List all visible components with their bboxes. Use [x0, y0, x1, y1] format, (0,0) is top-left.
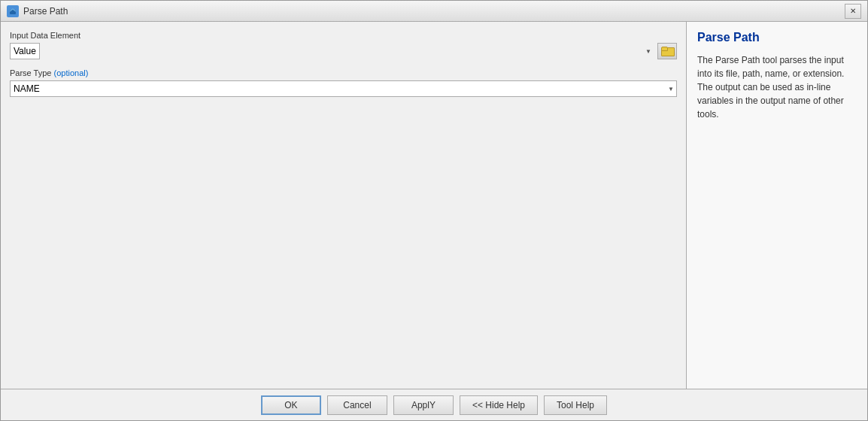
help-text: The Parse Path tool parses the input int…	[697, 53, 857, 121]
input-data-element-group: Input Data Element Value	[10, 31, 677, 59]
parse-type-select[interactable]: NAME FILE PATH EXTENSION	[10, 80, 677, 97]
title-bar: Parse Path ✕	[1, 1, 867, 22]
apply-button[interactable]: ApplY	[393, 395, 454, 415]
close-button[interactable]: ✕	[845, 4, 861, 19]
ok-button[interactable]: OK	[261, 395, 321, 415]
help-title: Parse Path	[697, 31, 857, 44]
left-panel: Input Data Element Value	[1, 22, 687, 389]
window-title: Parse Path	[23, 6, 68, 17]
footer: OK Cancel ApplY << Hide Help Tool Help	[1, 389, 867, 420]
tool-help-button[interactable]: Tool Help	[544, 395, 607, 415]
browse-button[interactable]	[657, 43, 677, 59]
input-data-element-select-wrapper: Value	[10, 43, 654, 59]
folder-icon	[661, 47, 673, 56]
main-window: Parse Path ✕ Input Data Element Value	[0, 0, 868, 421]
hide-help-button[interactable]: << Hide Help	[460, 395, 538, 415]
left-scroll-area[interactable]: Input Data Element Value	[1, 22, 686, 389]
window-icon	[7, 5, 19, 17]
input-data-element-row: Value	[10, 43, 677, 59]
window-controls: ✕	[845, 4, 861, 19]
parse-type-select-wrapper: NAME FILE PATH EXTENSION	[10, 80, 677, 97]
input-data-element-select[interactable]: Value	[10, 43, 40, 59]
cancel-button[interactable]: Cancel	[327, 395, 387, 415]
input-data-element-label: Input Data Element	[10, 31, 677, 40]
parse-type-label: Parse Type (optional)	[10, 68, 677, 77]
main-content: Input Data Element Value	[1, 22, 867, 389]
parse-type-group: Parse Type (optional) NAME FILE PATH EXT…	[10, 68, 677, 97]
right-panel: Parse Path The Parse Path tool parses th…	[687, 22, 867, 389]
